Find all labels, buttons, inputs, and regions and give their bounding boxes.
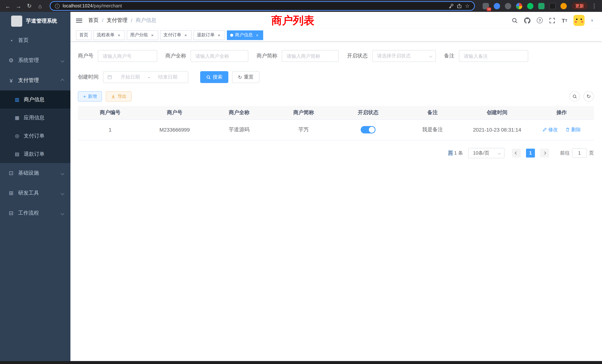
page-size-select[interactable]: 10条/页 (468, 148, 505, 158)
extension-icon-2[interactable] (494, 3, 500, 9)
help-icon[interactable]: ? (537, 17, 543, 23)
extension-icon-1[interactable]: 10 (483, 3, 489, 9)
extension-icon-6[interactable] (538, 3, 545, 9)
extension-icon-4[interactable] (516, 3, 522, 9)
user-avatar[interactable] (574, 15, 585, 26)
extension-icon-3[interactable] (505, 3, 511, 9)
delete-link[interactable]: 删除 (565, 126, 581, 133)
app-logo[interactable]: 芋道管理系统 (0, 12, 70, 30)
app-title: 芋道管理系统 (26, 18, 57, 24)
workflow-icon: ⊟ (8, 210, 14, 216)
profile-avatar[interactable] (560, 3, 567, 9)
full-name-input[interactable] (191, 50, 248, 62)
tab-process-form[interactable]: 流程表单× (93, 30, 125, 40)
avatar-caret-icon[interactable]: ▾ (591, 18, 593, 23)
close-icon[interactable]: × (150, 32, 155, 38)
sidebar-item-label: 支付订单 (24, 132, 44, 139)
short-name-input[interactable] (282, 50, 339, 62)
sidebar-item-infrastructure[interactable]: ⊡ 基础设施 (0, 163, 70, 183)
refresh-table-icon[interactable]: ↻ (583, 91, 594, 102)
search-icon[interactable] (512, 17, 518, 23)
chevron-down-icon (61, 191, 64, 195)
font-size-icon[interactable]: TT (562, 17, 567, 23)
target-icon: ◎ (14, 133, 20, 139)
tab-home[interactable]: 首页 (76, 30, 92, 40)
create-time-range-picker[interactable]: 开始日期 - 结束日期 (103, 71, 188, 83)
close-icon[interactable]: × (216, 32, 222, 38)
sidebar-item-label: 支付管理 (18, 77, 39, 84)
close-icon[interactable]: × (116, 32, 122, 38)
sidebar-item-system[interactable]: ⚙ 系统管理 (0, 50, 70, 70)
goto-page-input[interactable] (572, 148, 587, 158)
sidebar-item-workflow[interactable]: ⊟ 工作流程 (0, 203, 70, 223)
tab-pay-order[interactable]: 支付订单× (160, 30, 192, 40)
remark-input[interactable] (459, 50, 528, 62)
cell-remark: 我是备注 (400, 119, 465, 140)
sidebar-item-label: 退款订单 (24, 151, 44, 157)
sidebar-toggle-icon[interactable] (76, 17, 82, 23)
edit-link[interactable]: 修改 (542, 126, 558, 133)
pagination-total: 共 1 条 (448, 150, 463, 156)
extension-icon-7[interactable] (549, 3, 556, 9)
close-icon[interactable]: × (255, 32, 260, 38)
share-icon[interactable] (457, 3, 462, 9)
export-button[interactable]: 导出 (106, 91, 132, 102)
bookmark-star-icon[interactable]: ☆ (465, 3, 470, 9)
sidebar-item-dev-tools[interactable]: ⊞ 研发工具 (0, 183, 70, 203)
sidebar-item-pay[interactable]: ¥ 支付管理 (0, 70, 70, 90)
reload-icon[interactable]: ↻ (25, 3, 33, 9)
sidebar-item-pay-order[interactable]: ◎ 支付订单 (0, 127, 70, 145)
tab-merchant-info[interactable]: 商户信息× (227, 30, 263, 40)
table-header-row: 商户编号 商户号 商户全称 商户简称 开启状态 备注 创建时间 操作 (78, 106, 594, 119)
close-icon[interactable]: × (183, 32, 188, 38)
search-button[interactable]: 搜索 (200, 71, 228, 83)
reset-button[interactable]: ↻重置 (232, 71, 259, 83)
status-select[interactable]: 请选择开启状态 (372, 50, 436, 62)
merchant-card-icon: ▥ (14, 97, 20, 102)
chevron-right-icon (543, 151, 546, 155)
status-toggle[interactable] (361, 126, 376, 133)
sidebar-item-app-info[interactable]: ▦ 应用信息 (0, 109, 70, 127)
breadcrumb: 首页 / 支付管理 / 商户信息 (88, 17, 156, 24)
column-header: 商户全称 (207, 106, 271, 119)
site-info-icon[interactable]: i (55, 3, 60, 8)
tab-refund-order[interactable]: 退款订单× (194, 30, 225, 40)
back-icon[interactable]: ← (4, 3, 12, 9)
extension-icon-5[interactable] (527, 3, 533, 9)
filter-status: 开启状态 请选择开启状态 (347, 50, 436, 62)
breadcrumb-pay[interactable]: 支付管理 (107, 17, 128, 24)
tab-user-group[interactable]: 用户分组× (127, 30, 158, 40)
sidebar-item-home[interactable]: ◔ 首页 (0, 30, 70, 50)
toggle-search-icon[interactable] (569, 91, 580, 102)
add-button-label: 新增 (88, 93, 97, 99)
add-button[interactable]: +新增 (78, 91, 102, 102)
tab-label: 用户分组 (130, 32, 148, 38)
active-dot-icon (230, 33, 233, 36)
password-key-icon[interactable] (449, 3, 454, 9)
prev-page-button[interactable] (512, 149, 521, 157)
browser-home-icon[interactable]: ⌂ (36, 3, 44, 9)
github-icon[interactable] (524, 17, 530, 23)
sidebar-item-merchant-info[interactable]: ▥ 商户信息 (0, 90, 70, 109)
merchant-no-input[interactable] (98, 50, 157, 62)
breadcrumb-home[interactable]: 首页 (88, 17, 99, 24)
total-suffix: 条 (458, 150, 463, 156)
status-select-placeholder: 请选择开启状态 (377, 53, 411, 59)
sidebar-item-refund-order[interactable]: ▤ 退款订单 (0, 145, 70, 163)
sidebar-item-label: 研发工具 (18, 190, 39, 196)
cell-merchant-id: 1 (78, 119, 142, 140)
page-number-button[interactable]: 1 (526, 149, 535, 157)
address-bar[interactable]: i localhost:1024/pay/merchant ☆ (50, 1, 475, 11)
browser-menu-icon[interactable]: ⋮ (590, 3, 598, 9)
next-page-button[interactable] (540, 149, 549, 157)
annotation-title: 商户列表 (271, 13, 314, 28)
cell-short-name: 芋艿 (271, 119, 336, 140)
browser-update-button[interactable]: 更新 (572, 2, 588, 10)
fullscreen-icon[interactable] (549, 17, 555, 23)
screen: ← → ↻ ⌂ i localhost:1024/pay/merchant ☆ … (0, 0, 602, 364)
date-separator: - (148, 74, 150, 80)
document-icon: ▤ (14, 151, 20, 157)
column-header: 备注 (400, 106, 465, 119)
chevron-left-icon (515, 151, 518, 155)
forward-icon[interactable]: → (14, 3, 23, 9)
